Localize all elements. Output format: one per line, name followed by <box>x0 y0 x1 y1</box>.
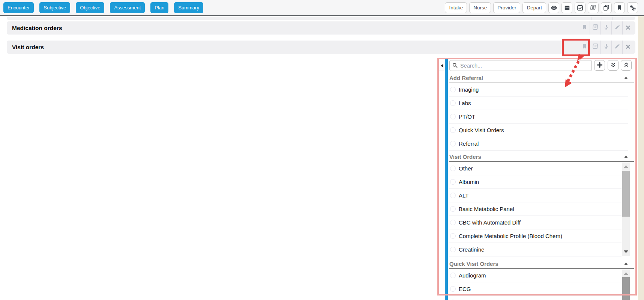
order-item-other[interactable]: Other <box>449 162 621 175</box>
bookmark-icon <box>582 44 587 51</box>
depart-button[interactable]: Depart <box>522 2 546 13</box>
scrollbar-thumb[interactable] <box>622 277 630 300</box>
top-navigation-bar: EncounterSubjectiveObjectiveAssessmentPl… <box>0 0 644 16</box>
book-icon <box>592 43 599 51</box>
close-icon <box>626 44 630 51</box>
collapse-caret-icon[interactable] <box>624 155 628 158</box>
panel-search-row <box>449 60 634 71</box>
add-button[interactable] <box>594 60 605 71</box>
order-item-label: CBC with Automated Diff <box>459 219 521 226</box>
close-button[interactable] <box>622 21 633 35</box>
book-button[interactable] <box>590 41 600 54</box>
collapse-caret-icon[interactable] <box>624 262 628 265</box>
order-item-labs[interactable]: Labs <box>449 96 628 110</box>
radio-icon <box>450 233 456 239</box>
tab-objective[interactable]: Objective <box>76 2 104 13</box>
scroll-down-icon[interactable] <box>624 250 628 253</box>
order-item-quick-visit-orders[interactable]: Quick Visit Orders <box>449 124 628 137</box>
order-item-imaging[interactable]: Imaging <box>449 83 628 96</box>
bookmark-button[interactable] <box>579 21 590 35</box>
collapse-all-button[interactable] <box>608 60 618 71</box>
order-item-ecg[interactable]: ECG <box>449 282 621 296</box>
order-item-label: ECG <box>459 286 471 292</box>
microphone-button[interactable] <box>600 41 611 54</box>
order-item-cbc-with-automated-diff[interactable]: CBC with Automated Diff <box>449 216 621 229</box>
radio-icon <box>450 206 456 212</box>
order-item-basic-metabolic-panel[interactable]: Basic Metabolic Panel <box>449 202 621 216</box>
radio-icon <box>450 141 456 146</box>
search-input[interactable] <box>449 60 592 71</box>
copy-button[interactable] <box>601 2 612 13</box>
radio-icon <box>450 179 456 185</box>
bookmark-button[interactable] <box>614 2 625 13</box>
archive-icon <box>564 5 570 11</box>
group-header: Quick Visit Orders <box>449 259 634 269</box>
radio-icon <box>450 166 456 171</box>
intake-button[interactable]: Intake <box>445 2 467 13</box>
order-item-label: Imaging <box>459 86 479 93</box>
order-item-alt[interactable]: ALT <box>449 189 621 202</box>
book-button[interactable] <box>590 21 600 35</box>
order-item-label: Other <box>459 165 473 172</box>
book-button[interactable] <box>588 2 599 13</box>
bookmark-icon <box>582 24 587 32</box>
calendar-check-button[interactable] <box>575 2 585 13</box>
section-title: Visit orders <box>12 41 44 54</box>
radio-icon <box>450 193 456 198</box>
order-item-referral[interactable]: Referral <box>449 137 628 151</box>
scroll-up-icon[interactable] <box>624 272 628 275</box>
bookmark-button[interactable] <box>579 41 590 54</box>
radio-icon <box>450 127 456 133</box>
eye-button[interactable] <box>548 2 559 13</box>
tab-assessment[interactable]: Assessment <box>110 2 145 13</box>
section-title: Medication orders <box>12 21 62 35</box>
calendar-check-icon <box>577 5 583 11</box>
scrollbar[interactable] <box>622 270 630 300</box>
order-item-pt-ot[interactable]: PT/OT <box>449 110 628 124</box>
tab-plan[interactable]: Plan <box>150 2 168 13</box>
book-icon <box>590 5 596 11</box>
microphone-icon <box>603 24 609 32</box>
gears-button[interactable] <box>627 2 638 13</box>
radio-icon <box>450 114 456 119</box>
nurse-button[interactable]: Nurse <box>469 2 491 13</box>
order-groups: Add ReferralImagingLabsPT/OTQuick Visit … <box>449 73 634 300</box>
order-item-creatinine[interactable]: Creatinine <box>449 243 621 256</box>
tab-subjective[interactable]: Subjective <box>39 2 70 13</box>
order-item-audiogram[interactable]: Audiogram <box>449 269 621 282</box>
order-item-albumin[interactable]: Albumin <box>449 175 621 189</box>
microphone-button[interactable] <box>600 21 611 35</box>
order-item-complete-metabolic-profile-blood-chem[interactable]: Complete Metabolic Profile (Blood Chem) <box>449 229 621 243</box>
double-chevron-down-icon <box>610 62 616 69</box>
copy-icon <box>603 5 609 11</box>
group-item-list: ImagingLabsPT/OTQuick Visit OrdersReferr… <box>449 83 634 151</box>
bookmark-icon <box>617 5 622 11</box>
search-icon <box>452 62 458 68</box>
archive-button[interactable] <box>561 2 572 13</box>
pencil-button[interactable] <box>611 41 622 54</box>
collapse-caret-icon[interactable] <box>624 77 628 79</box>
pencil-button[interactable] <box>611 21 622 35</box>
order-item-label: Labs <box>459 100 471 106</box>
group-title: Visit Orders <box>449 154 481 160</box>
order-item-label: Albumin <box>459 179 479 185</box>
scroll-up-icon[interactable] <box>624 165 628 168</box>
group-title: Quick Visit Orders <box>449 261 498 267</box>
plus-icon <box>597 62 603 69</box>
section-toolbar <box>579 21 633 35</box>
order-item-follow-up[interactable]: Follow up <box>449 296 621 300</box>
panel-collapse-handle[interactable] <box>439 61 445 71</box>
expand-all-button[interactable] <box>621 60 632 71</box>
provider-button[interactable]: Provider <box>493 2 520 13</box>
order-item-label: Audiogram <box>459 272 486 279</box>
tab-summary[interactable]: Summary <box>174 2 203 13</box>
group-header: Add Referral <box>449 73 634 83</box>
scrollbar[interactable] <box>622 163 630 256</box>
chart-tabs: EncounterSubjectiveObjectiveAssessmentPl… <box>0 2 203 13</box>
microphone-icon <box>603 44 609 51</box>
close-button[interactable] <box>622 41 633 54</box>
scrollbar-thumb[interactable] <box>622 171 630 217</box>
tab-encounter[interactable]: Encounter <box>3 2 34 13</box>
book-icon <box>592 24 599 32</box>
section-band-medication-orders: Medication orders <box>7 21 635 35</box>
